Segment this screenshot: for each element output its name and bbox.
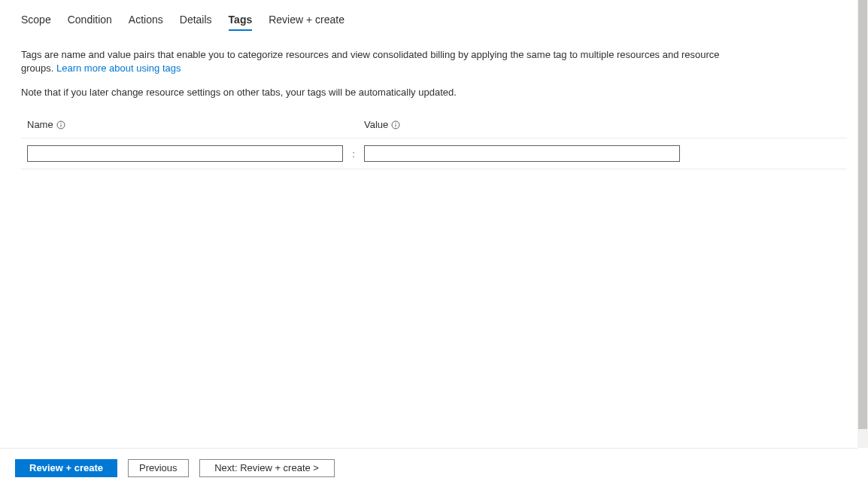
tab-actions[interactable]: Actions	[129, 14, 163, 30]
page-wrap: Scope Condition Actions Details Tags Rev…	[0, 0, 868, 487]
column-header-name: Name	[27, 119, 343, 130]
scrollbar-thumb[interactable]	[858, 0, 867, 429]
tag-value-input[interactable]	[364, 145, 680, 162]
tab-details[interactable]: Details	[180, 14, 212, 30]
tab-condition[interactable]: Condition	[68, 14, 112, 30]
tag-input-row: :	[21, 138, 847, 169]
next-button[interactable]: Next: Review + create >	[199, 459, 335, 477]
review-create-button[interactable]: Review + create	[15, 459, 117, 477]
tab-review-create[interactable]: Review + create	[269, 14, 344, 30]
tab-bar: Scope Condition Actions Details Tags Rev…	[21, 14, 847, 30]
scrollbar-track[interactable]	[857, 0, 868, 448]
column-header-value: Value	[364, 119, 680, 130]
tag-name-input[interactable]	[27, 145, 343, 162]
tab-tags[interactable]: Tags	[229, 14, 253, 30]
tag-separator: :	[343, 148, 364, 160]
svg-point-2	[60, 122, 61, 123]
info-icon[interactable]	[56, 120, 65, 129]
value-header-label: Value	[364, 119, 388, 130]
tab-scope[interactable]: Scope	[21, 14, 51, 30]
name-header-label: Name	[27, 119, 53, 130]
footer-bar: Review + create Previous Next: Review + …	[0, 449, 868, 487]
info-icon[interactable]	[391, 120, 400, 129]
note-paragraph: Note that if you later change resource s…	[21, 86, 847, 99]
svg-point-5	[396, 122, 396, 123]
previous-button[interactable]: Previous	[128, 459, 189, 477]
main-content: Scope Condition Actions Details Tags Rev…	[0, 0, 868, 448]
intro-paragraph: Tags are name and value pairs that enabl…	[21, 48, 743, 75]
learn-more-link[interactable]: Learn more about using tags	[56, 62, 181, 74]
tag-header-row: Name Value	[21, 119, 847, 138]
